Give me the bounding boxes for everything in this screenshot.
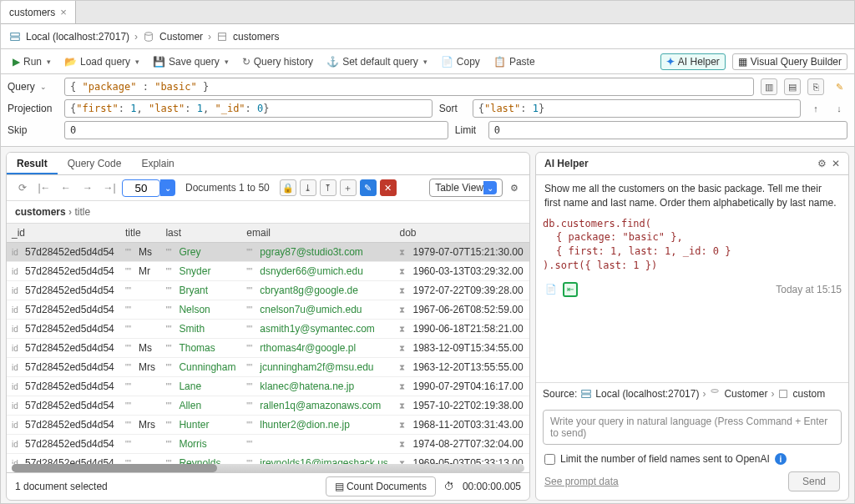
limit-label: Limit (455, 124, 482, 136)
svg-rect-5 (582, 391, 591, 394)
horizontal-scrollbar[interactable] (12, 464, 524, 472)
next-page-icon[interactable]: → (78, 182, 97, 194)
table-row[interactable]: id57d28452ed5d4d54""""Allen""rallen1q@am… (7, 396, 529, 416)
sort-input[interactable]: {"last": 1} (473, 99, 801, 118)
table-row[interactable]: id57d28452ed5d4d54""""Bryant""cbryant8g@… (7, 281, 529, 300)
code-line: ).sort({ last: 1 }) (543, 259, 842, 273)
ai-generated-code: db.customers.find( { package: "basic" },… (543, 217, 842, 273)
brush-icon[interactable]: ✎ (831, 78, 847, 95)
collection-icon (216, 31, 228, 43)
results-table[interactable]: _id title last email dob id57d28452ed5d4… (7, 224, 529, 464)
table-row[interactable]: id57d28452ed5d4d54""Ms""Grey""pgray87@st… (7, 243, 529, 262)
query-history-button[interactable]: ↻Query history (237, 54, 318, 69)
table-row[interactable]: id57d28452ed5d4d54""""Morris""⧗1974-08-2… (7, 435, 529, 454)
limit-fields-checkbox[interactable] (544, 454, 555, 465)
svg-point-7 (711, 390, 719, 393)
result-tabs: Result Query Code Explain (7, 153, 529, 175)
page-size-input[interactable] (122, 179, 160, 197)
table-row[interactable]: id57d28452ed5d4d54""""Smith""asmith1y@sy… (7, 320, 529, 339)
see-prompt-data-link[interactable]: See prompt data (544, 476, 619, 487)
ai-prompt-text: Show me all the customers on the basic p… (536, 175, 848, 217)
breadcrumb-host[interactable]: Local (localhost:27017) (26, 31, 129, 43)
query-label: Query (8, 81, 35, 93)
table-row[interactable]: id57d28452ed5d4d54""Mr""Snyder""dsnyder6… (7, 262, 529, 281)
projection-input[interactable]: {"first": 1, "last": 1, "_id": 0} (64, 99, 433, 118)
tab-label: customers (9, 7, 55, 18)
svg-rect-6 (582, 395, 591, 398)
limit-input[interactable]: 0 (488, 121, 847, 139)
ai-helper-pane: AI Helper ⚙ ✕ Show me all the customers … (535, 152, 849, 501)
count-documents-button[interactable]: ▤ Count Documents (326, 476, 436, 496)
tool-edit-icon[interactable]: ✎ (360, 179, 377, 196)
sort-desc-icon[interactable]: ↓ (831, 100, 847, 117)
limit-fields-label: Limit the number of field names sent to … (560, 453, 770, 465)
table-row[interactable]: id57d28452ed5d4d54""""Lane""klanec@haten… (7, 377, 529, 396)
tab-result[interactable]: Result (7, 153, 58, 174)
set-default-label: Set default query (342, 56, 418, 68)
tab-customers[interactable]: customers × (1, 1, 76, 23)
table-row[interactable]: id57d28452ed5d4d54""""Nelson""cnelson7u@… (7, 300, 529, 320)
ai-timestamp: Today at 15:15 (776, 284, 842, 295)
tool-lock-icon[interactable]: 🔒 (280, 179, 296, 196)
table-row[interactable]: id57d28452ed5d4d54""""Reynolds""jreynold… (7, 454, 529, 465)
source-db[interactable]: Customer (724, 388, 767, 400)
table-row[interactable]: id57d28452ed5d4d54""Mrs""Cunningham""jcu… (7, 358, 529, 377)
database-icon (143, 31, 154, 43)
save-query-button[interactable]: 💾Save query▾ (148, 54, 234, 69)
info-icon[interactable]: i (775, 453, 787, 465)
last-page-icon[interactable]: →| (100, 182, 119, 194)
results-pane: Result Query Code Explain ⟳ |← ← → →| ⌄ … (6, 152, 530, 501)
stopwatch-icon: ⏱ (444, 481, 454, 492)
query-input[interactable]: { "package" : "basic" } (64, 78, 754, 96)
breadcrumb-collection[interactable]: customers (233, 31, 279, 43)
insert-query-icon[interactable]: ⇤ (563, 282, 578, 297)
source-host[interactable]: Local (localhost:27017) (595, 388, 699, 400)
run-button[interactable]: ▶Run▾ (8, 54, 56, 69)
tab-explain[interactable]: Explain (131, 153, 184, 174)
load-query-button[interactable]: 📂Load query▾ (59, 54, 144, 69)
view-mode-dropdown[interactable]: Table View⌄ (429, 179, 503, 197)
tool-export-icon[interactable]: ⤓ (300, 179, 316, 196)
query-opt-2-icon[interactable]: ▤ (784, 78, 801, 95)
tool-import-icon[interactable]: ⤒ (320, 179, 336, 196)
tab-query-code[interactable]: Query Code (58, 153, 132, 174)
page-size-dropdown-icon[interactable]: ⌄ (160, 179, 175, 196)
visual-query-builder-button[interactable]: ▦Visual Query Builder (732, 53, 847, 70)
col-dob[interactable]: dob (394, 224, 529, 243)
tool-delete-icon[interactable]: ✕ (380, 179, 397, 196)
gear-icon[interactable]: ⚙ (817, 158, 827, 169)
query-opt-1-icon[interactable]: ▥ (761, 78, 777, 95)
query-opt-3-icon[interactable]: ⎘ (807, 78, 824, 95)
breadcrumb-database[interactable]: Customer (159, 31, 203, 43)
send-button[interactable]: Send (788, 471, 840, 491)
col-last[interactable]: last (160, 224, 241, 243)
refresh-icon[interactable]: ⟳ (13, 182, 32, 194)
copy-code-icon[interactable]: 📄 (543, 281, 559, 298)
copy-button[interactable]: 📄Copy (436, 54, 485, 69)
col-email[interactable]: email (241, 224, 394, 243)
code-line: { package: "basic" }, (543, 230, 842, 244)
set-default-query-button[interactable]: ⚓Set default query▾ (321, 54, 433, 69)
source-coll[interactable]: custom (792, 388, 825, 400)
close-icon[interactable]: × (60, 6, 67, 18)
ai-helper-button[interactable]: ✦AI Helper (660, 53, 726, 70)
tool-add-icon[interactable]: ＋ (340, 179, 357, 196)
prev-page-icon[interactable]: ← (57, 182, 75, 194)
close-icon[interactable]: ✕ (832, 158, 840, 169)
load-query-label: Load query (80, 56, 130, 68)
table-row[interactable]: id57d28452ed5d4d54""Mrs""Hunter""lhunter… (7, 416, 529, 435)
skip-label: Skip (8, 124, 58, 136)
skip-input[interactable]: 0 (64, 121, 448, 139)
svg-point-2 (145, 32, 153, 35)
result-toolbar: ⟳ |← ← → →| ⌄ Documents 1 to 50 🔒 ⤓ ⤒ ＋ … (7, 175, 529, 201)
sort-asc-icon[interactable]: ↑ (807, 100, 824, 117)
natural-language-input[interactable]: Write your query in natural language (Pr… (543, 410, 842, 445)
col-title[interactable]: title (120, 224, 160, 243)
run-label: Run (23, 56, 42, 68)
query-history-label: Query history (254, 56, 313, 68)
col-id[interactable]: _id (7, 224, 120, 243)
table-row[interactable]: id57d28452ed5d4d54""Ms""Thomas""rthomas4… (7, 339, 529, 358)
paste-button[interactable]: 📋Paste (488, 54, 540, 69)
gear-icon[interactable]: ⚙ (506, 179, 523, 196)
first-page-icon[interactable]: |← (35, 182, 53, 194)
